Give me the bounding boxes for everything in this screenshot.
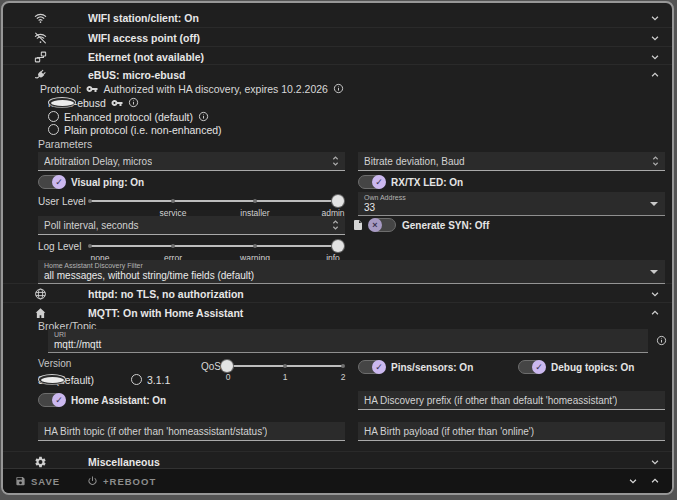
toggle-thumb-check-icon <box>52 393 66 407</box>
bitrate-deviation-input[interactable]: Bitrate deviation, Baud <box>358 152 665 171</box>
visual-ping-toggle-row[interactable]: Visual ping: On <box>38 175 144 189</box>
toggle-label: RX/TX LED: On <box>391 177 463 188</box>
own-address-select[interactable]: Own Address 33 <box>358 192 665 216</box>
power-icon <box>87 476 98 487</box>
radio-row-micro-ebusd[interactable]: micro-ebusd <box>48 96 139 109</box>
toggle-label: Home Assistant: On <box>71 395 166 406</box>
toggle-thumb-check-icon <box>532 360 546 374</box>
toggle-on[interactable] <box>518 360 545 374</box>
chevron-down-icon <box>650 289 660 299</box>
radio-row-plain[interactable]: Plain protocol (i.e. non-enhanced) <box>48 123 222 136</box>
spinner-icon[interactable] <box>332 155 339 167</box>
toggle-on[interactable] <box>358 175 385 189</box>
section-title: MQTT: On with Home Assistant <box>88 307 243 319</box>
footer-bar: SAVE +REBOOT <box>3 468 672 493</box>
info-icon[interactable] <box>198 111 209 122</box>
qos-label: QoS <box>201 361 221 372</box>
slider-thumb[interactable] <box>332 195 344 207</box>
radio-row-version-311[interactable]: 3.1.1 <box>131 373 170 386</box>
info-icon[interactable] <box>656 335 667 346</box>
qos-slider[interactable] <box>227 360 343 372</box>
spinner-icon[interactable] <box>652 155 659 167</box>
poll-interval-input[interactable]: Poll interval, seconds <box>38 216 345 235</box>
version-label: Version <box>38 358 71 369</box>
toggle-label: Pins/sensors: On <box>391 362 473 373</box>
key-icon <box>86 83 98 95</box>
chevron-down-icon <box>650 33 660 43</box>
slider-stop-dot <box>341 364 345 368</box>
section-ebus[interactable]: eBUS: micro-ebusd <box>3 64 672 84</box>
protocol-label: Protocol: <box>40 83 81 95</box>
spinner-icon[interactable] <box>332 219 339 231</box>
radio-row-version-31[interactable]: 3.1 (default) <box>38 373 94 386</box>
generate-syn-toggle-row[interactable]: Generate SYN: Off <box>369 218 489 232</box>
section-ethernet[interactable]: Ethernet (not available) <box>3 46 672 66</box>
radio-unselected[interactable] <box>48 124 59 135</box>
slider-thumb[interactable] <box>332 240 344 252</box>
qos-tick-1: 1 <box>283 372 288 382</box>
radio-row-enhanced[interactable]: Enhanced protocol (default) <box>48 110 209 123</box>
debug-topics-toggle-row[interactable]: Debug topics: On <box>518 360 634 374</box>
field-value: mqtt://mqtt <box>54 339 628 350</box>
section-httpd[interactable]: httpd: no TLS, no authorization <box>3 283 672 303</box>
arbitration-delay-input[interactable]: Arbitration Delay, micros <box>38 152 345 171</box>
uri-field[interactable]: URI mqtt://mqtt <box>48 329 648 353</box>
file-icon <box>352 219 364 231</box>
input-placeholder: HA Birth payload (if other than 'online'… <box>364 426 534 437</box>
section-title: Ethernet (not available) <box>88 51 204 63</box>
section-title: WIFI station/client: On <box>88 12 199 24</box>
home-assistant-toggle-row[interactable]: Home Assistant: On <box>38 393 166 407</box>
section-wifi-station[interactable]: WIFI station/client: On <box>3 8 672 27</box>
rxtx-led-toggle-row[interactable]: RX/TX LED: On <box>358 175 463 189</box>
radio-label: Plain protocol (i.e. non-enhanced) <box>64 124 222 136</box>
toggle-on[interactable] <box>358 360 385 374</box>
slider-stop-dot <box>253 244 257 248</box>
qos-tick-2: 2 <box>341 372 346 382</box>
info-icon[interactable] <box>333 83 344 94</box>
chevron-down-icon <box>650 457 660 467</box>
input-placeholder: Arbitration Delay, micros <box>44 156 152 167</box>
slider-track <box>90 245 338 247</box>
ha-birth-topic-input[interactable]: HA Birth topic (if other than 'homeassis… <box>38 422 345 441</box>
discovery-filter-select[interactable]: Home Assistant Discovery Filter all mess… <box>38 260 665 284</box>
input-placeholder: HA Birth topic (if other than 'homeassis… <box>44 426 267 437</box>
radio-selected[interactable] <box>38 374 66 385</box>
toggle-on[interactable] <box>38 175 65 189</box>
slider-stop-dot <box>88 199 92 203</box>
plug-icon <box>34 68 47 81</box>
info-icon[interactable] <box>128 97 139 108</box>
slider-thumb[interactable] <box>221 360 233 372</box>
dropdown-caret-icon <box>650 270 658 274</box>
ha-discovery-prefix-input[interactable]: HA Discovery prefix (if other than defau… <box>358 391 665 410</box>
slider-stop-dot <box>171 244 175 248</box>
save-button[interactable]: SAVE <box>15 476 60 487</box>
toggle-off[interactable] <box>369 218 396 232</box>
toggle-label: Debug topics: On <box>551 362 634 373</box>
field-label: URI <box>54 331 628 339</box>
pins-sensors-toggle-row[interactable]: Pins/sensors: On <box>358 360 473 374</box>
dropdown-caret-icon <box>650 202 658 206</box>
section-title: eBUS: micro-ebusd <box>88 69 185 81</box>
input-placeholder: Poll interval, seconds <box>44 220 139 231</box>
slider-track <box>90 200 338 202</box>
radio-unselected[interactable] <box>48 111 59 122</box>
radio-selected[interactable] <box>48 97 76 108</box>
log-level-slider[interactable] <box>90 240 338 252</box>
slider-stop-dot <box>283 364 287 368</box>
globe-icon <box>34 287 47 300</box>
section-wifi-ap[interactable]: WIFI access point (off) <box>3 27 672 47</box>
slider-stop-dot <box>253 199 257 203</box>
ha-birth-payload-input[interactable]: HA Birth payload (if other than 'online'… <box>358 422 665 441</box>
user-level-slider[interactable] <box>90 195 338 207</box>
scroll-up-button[interactable] <box>650 476 660 486</box>
radio-label: 3.1.1 <box>147 374 170 386</box>
scroll-down-button[interactable] <box>628 476 638 486</box>
section-title: httpd: no TLS, no authorization <box>88 288 244 300</box>
toggle-on[interactable] <box>38 393 65 407</box>
section-title: Miscellaneous <box>88 456 160 468</box>
save-button-label: SAVE <box>31 476 60 487</box>
radio-unselected[interactable] <box>131 374 142 385</box>
reboot-button[interactable]: +REBOOT <box>87 476 156 487</box>
slider-stop-dot <box>88 244 92 248</box>
section-mqtt[interactable]: MQTT: On with Home Assistant <box>3 302 672 322</box>
